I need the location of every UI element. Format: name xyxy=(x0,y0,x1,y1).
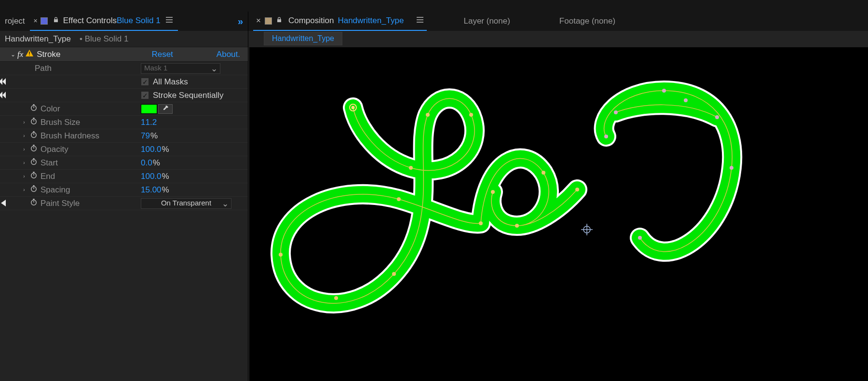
effect-name: Stroke xyxy=(37,50,60,59)
prop-label-start: Start xyxy=(41,158,58,168)
chevron-right-icon[interactable]: › xyxy=(21,147,27,152)
stopwatch-icon[interactable] xyxy=(30,158,38,168)
stroke-seq-checkbox[interactable]: ✓ xyxy=(141,91,149,99)
tab-composition[interactable]: × Composition Handwritten_Type xyxy=(253,12,427,31)
tab-project[interactable]: roject xyxy=(0,12,30,31)
stopwatch-icon[interactable] xyxy=(30,131,38,141)
keyframe-nav-icon[interactable] xyxy=(0,200,6,206)
comp-color-swatch xyxy=(265,17,272,25)
path-dropdown[interactable]: Mask 1 xyxy=(141,63,220,74)
tab-composition-prefix: Composition xyxy=(288,16,334,26)
prop-label-brush-size: Brush Size xyxy=(41,118,80,127)
svg-rect-24 xyxy=(33,199,35,200)
lock-icon[interactable] xyxy=(276,16,283,26)
svg-rect-12 xyxy=(33,145,35,146)
prop-row-brush-size: › Brush Size 11.2 xyxy=(0,116,248,129)
composition-panel: × Composition Handwritten_Type Layer (no… xyxy=(248,12,868,381)
svg-point-43 xyxy=(638,236,642,240)
panel-menu-icon[interactable] xyxy=(416,16,424,26)
comp-breadcrumb: Handwritten_Type xyxy=(248,31,868,46)
svg-point-45 xyxy=(684,98,688,102)
all-masks-label: All Masks xyxy=(153,77,188,87)
about-link[interactable]: About. xyxy=(217,50,240,59)
all-masks-checkbox[interactable]: ✓ xyxy=(141,78,149,86)
fx-icon[interactable]: fx xyxy=(17,50,23,59)
svg-rect-21 xyxy=(33,185,35,186)
overflow-icon[interactable]: » xyxy=(238,16,248,27)
tab-effect-controls-prefix: Effect Controls xyxy=(63,16,117,26)
tab-footage[interactable]: Footage (none) xyxy=(556,12,618,31)
chevron-right-icon[interactable]: › xyxy=(21,187,27,192)
prop-label-spacing: Spacing xyxy=(41,185,70,195)
lock-icon[interactable] xyxy=(53,16,59,26)
stopwatch-icon[interactable] xyxy=(30,144,38,154)
tab-effect-controls[interactable]: × Effect Controls Blue Solid 1 xyxy=(30,12,178,31)
prop-row-stroke-seq: ✓ Stroke Sequentially xyxy=(0,89,248,102)
svg-point-39 xyxy=(575,188,579,191)
svg-rect-0 xyxy=(29,52,30,54)
effect-controls-panel: roject × Effect Controls Blue Solid 1 » … xyxy=(0,12,248,381)
color-swatch[interactable] xyxy=(141,104,157,114)
paint-style-dropdown[interactable]: On Transparent xyxy=(141,198,231,209)
stopwatch-icon[interactable] xyxy=(30,198,38,208)
svg-point-35 xyxy=(479,221,483,225)
svg-rect-3 xyxy=(33,104,35,105)
prop-label-paint-style: Paint Style xyxy=(41,199,80,208)
prop-label-opacity: Opacity xyxy=(41,145,68,154)
svg-point-30 xyxy=(426,113,430,117)
prop-row-opacity: › Opacity 100.0% xyxy=(0,143,248,156)
app-topbar xyxy=(0,0,868,12)
reset-link[interactable]: Reset xyxy=(151,50,173,59)
breadcrumb-comp[interactable]: Handwritten_Type xyxy=(3,34,73,44)
left-tabbar: roject × Effect Controls Blue Solid 1 » xyxy=(0,12,248,31)
chevron-right-icon[interactable]: › xyxy=(21,133,27,138)
layer-color-swatch xyxy=(41,17,48,25)
chevron-down-icon[interactable]: ⌄ xyxy=(11,51,15,58)
prop-row-all-masks: ✓ All Masks xyxy=(0,75,248,89)
stopwatch-icon[interactable] xyxy=(30,104,38,114)
close-icon[interactable]: × xyxy=(34,17,38,25)
stroke-seq-label: Stroke Sequentially xyxy=(153,91,223,100)
svg-point-31 xyxy=(392,272,396,276)
right-tabbar: × Composition Handwritten_Type Layer (no… xyxy=(248,12,868,31)
stopwatch-icon[interactable] xyxy=(30,117,38,127)
chevron-right-icon[interactable]: › xyxy=(21,160,27,165)
prop-label-color: Color xyxy=(41,104,60,114)
svg-point-40 xyxy=(604,135,608,138)
tab-layer-label: Layer (none) xyxy=(463,16,510,26)
close-icon[interactable]: × xyxy=(256,16,261,26)
comp-breadcrumb-chip[interactable]: Handwritten_Type xyxy=(264,32,342,45)
effect-breadcrumb: Handwritten_Type • Blue Solid 1 xyxy=(0,31,248,47)
brush-hardness-value[interactable]: 79 xyxy=(141,131,150,141)
chevron-right-icon[interactable]: › xyxy=(21,120,27,125)
keyframe-nav-icon[interactable] xyxy=(0,92,6,98)
svg-point-41 xyxy=(662,89,666,93)
svg-point-27 xyxy=(352,106,355,109)
chevron-right-icon[interactable]: › xyxy=(21,174,27,179)
end-value[interactable]: 100.0 xyxy=(141,172,162,181)
svg-point-28 xyxy=(409,166,413,170)
svg-point-29 xyxy=(469,113,473,117)
stopwatch-icon[interactable] xyxy=(30,185,38,195)
prop-label-brush-hardness: Brush Hardness xyxy=(41,131,99,141)
brush-size-value[interactable]: 11.2 xyxy=(141,118,157,127)
prop-label-end: End xyxy=(41,172,55,181)
prop-row-end: › End 100.0% xyxy=(0,170,248,183)
prop-row-brush-hardness: › Brush Hardness 79% xyxy=(0,129,248,143)
panel-menu-icon[interactable] xyxy=(165,16,173,26)
composition-viewport[interactable] xyxy=(249,47,868,381)
tab-footage-label: Footage (none) xyxy=(559,16,615,26)
start-value[interactable]: 0.0 xyxy=(141,158,152,168)
svg-rect-18 xyxy=(33,172,35,173)
workspace: roject × Effect Controls Blue Solid 1 » … xyxy=(0,12,868,381)
svg-point-36 xyxy=(542,171,545,175)
stopwatch-icon[interactable] xyxy=(30,171,38,181)
svg-point-42 xyxy=(730,166,733,170)
spacing-value[interactable]: 15.00 xyxy=(141,185,162,195)
prop-label-path: Path xyxy=(35,64,52,73)
tab-layer[interactable]: Layer (none) xyxy=(461,12,513,31)
keyframe-nav-icon[interactable] xyxy=(0,78,6,85)
eyedropper-button[interactable] xyxy=(158,104,173,114)
effect-header[interactable]: ⌄ fx Stroke Reset About. xyxy=(0,47,248,62)
opacity-value[interactable]: 100.0 xyxy=(141,145,162,154)
